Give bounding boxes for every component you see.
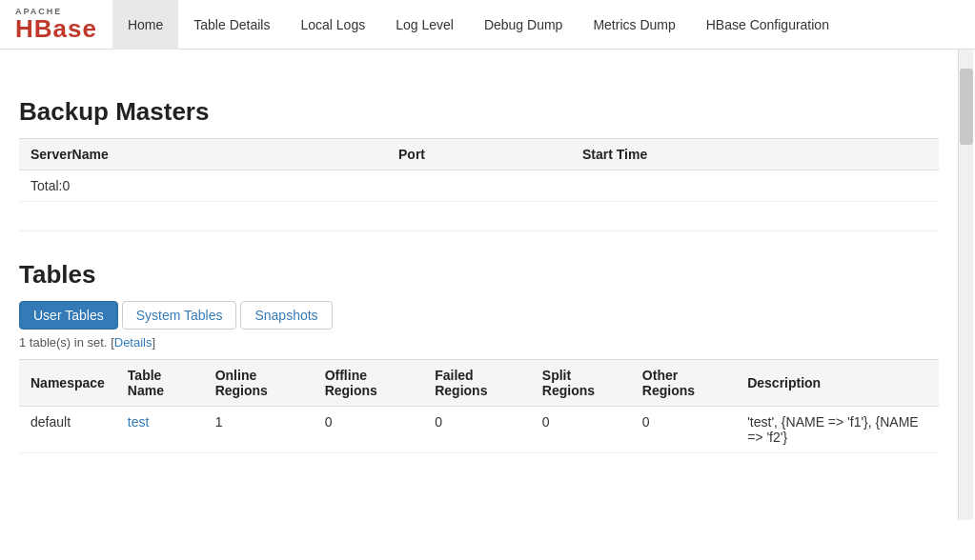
tab-system-tables[interactable]: System Tables: [122, 301, 237, 330]
cell-table-name: test: [116, 407, 204, 453]
tables-section: Tables User Tables System Tables Snapsho…: [19, 260, 939, 453]
col-description: Description: [736, 360, 939, 407]
col-port: Port: [387, 139, 571, 170]
col-start-time: Start Time: [571, 139, 939, 170]
cell-online-regions: 1: [204, 407, 314, 453]
nav-link-local-logs[interactable]: Local Logs: [285, 0, 380, 50]
col-server-name: ServerName: [19, 139, 387, 170]
nav-item-hbase-config[interactable]: HBase Configuration: [691, 0, 844, 50]
cell-split-regions: 0: [531, 407, 631, 453]
nav-item-table-details[interactable]: Table Details: [178, 0, 285, 50]
cell-namespace: default: [19, 407, 116, 453]
nav-link-debug-dump[interactable]: Debug Dump: [469, 0, 579, 50]
nav-item-home[interactable]: Home: [112, 0, 178, 50]
tab-user-tables[interactable]: User Tables: [19, 301, 118, 330]
cell-description: 'test', {NAME => 'f1'}, {NAME => 'f2'}: [736, 407, 939, 453]
user-tables-table: Namespace Table Name Online Regions Offl…: [19, 359, 939, 453]
nav-link-log-level[interactable]: Log Level: [380, 0, 469, 50]
backup-masters-header-row: ServerName Port Start Time: [19, 139, 939, 170]
col-namespace: Namespace: [19, 360, 116, 407]
page-wrapper: Backup Masters ServerName Port Start Tim…: [0, 50, 975, 520]
brand-logo[interactable]: APACHE HBase: [0, 8, 112, 41]
cell-failed-regions: 0: [423, 407, 531, 453]
nav-link-home[interactable]: Home: [112, 0, 178, 50]
table-count-text: 1 table(s) in set.: [19, 335, 108, 350]
col-other-regions: Other Regions: [631, 360, 736, 407]
cell-other-regions: 0: [631, 407, 736, 453]
table-details-link[interactable]: Details: [114, 335, 152, 350]
nav-item-local-logs[interactable]: Local Logs: [285, 0, 380, 50]
section-divider: [19, 230, 939, 231]
main-content: Backup Masters ServerName Port Start Tim…: [0, 50, 958, 520]
col-offline-regions: Offline Regions: [314, 360, 424, 407]
tables-title: Tables: [19, 260, 939, 290]
table-info: 1 table(s) in set. [Details]: [19, 335, 939, 350]
nav-link-table-details[interactable]: Table Details: [178, 0, 285, 50]
col-failed-regions: Failed Regions: [423, 360, 531, 407]
backup-masters-total-row: Total:0: [19, 170, 939, 202]
nav-links: Home Table Details Local Logs Log Level …: [112, 0, 844, 49]
backup-masters-title: Backup Masters: [19, 97, 939, 127]
logo-hbase: HBase: [15, 16, 97, 41]
tables-tab-group: User Tables System Tables Snapshots: [19, 301, 939, 330]
scrollbar[interactable]: [958, 50, 973, 520]
table-row: default test 1 0 0 0 0 'test', {NAME => …: [19, 407, 939, 453]
col-split-regions: Split Regions: [531, 360, 631, 407]
table-name-link[interactable]: test: [128, 414, 150, 430]
nav-item-metrics-dump[interactable]: Metrics Dump: [578, 0, 690, 50]
backup-masters-total: Total:0: [19, 170, 939, 202]
backup-masters-section: Backup Masters ServerName Port Start Tim…: [19, 97, 939, 202]
nav-link-hbase-config[interactable]: HBase Configuration: [691, 0, 844, 50]
hbase-logo: APACHE HBase: [15, 8, 97, 41]
col-table-name: Table Name: [116, 360, 204, 407]
navbar: APACHE HBase Home Table Details Local Lo…: [0, 0, 975, 50]
nav-link-metrics-dump[interactable]: Metrics Dump: [578, 0, 690, 50]
tab-snapshots[interactable]: Snapshots: [240, 301, 332, 330]
backup-masters-table: ServerName Port Start Time Total:0: [19, 138, 939, 202]
scrollbar-thumb[interactable]: [960, 69, 973, 145]
nav-item-debug-dump[interactable]: Debug Dump: [469, 0, 579, 50]
table-info-bracket-close: ]: [152, 335, 156, 350]
cell-offline-regions: 0: [314, 407, 424, 453]
nav-item-log-level[interactable]: Log Level: [380, 0, 469, 50]
col-online-regions: Online Regions: [204, 360, 314, 407]
tables-header-row: Namespace Table Name Online Regions Offl…: [19, 360, 939, 407]
